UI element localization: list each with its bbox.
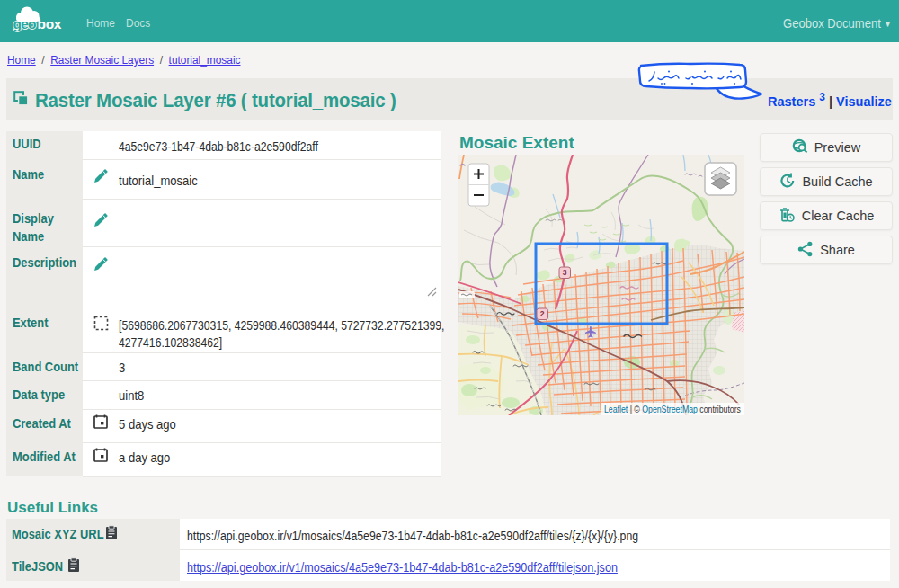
svg-text:2: 2: [540, 309, 545, 318]
svg-text:geo: geo: [13, 16, 36, 31]
svg-text:box: box: [38, 16, 62, 31]
svg-text:Leaflet | © OpenStreetMap cont: Leaflet | © OpenStreetMap contributors: [604, 404, 741, 414]
svg-text:3: 3: [563, 268, 567, 277]
